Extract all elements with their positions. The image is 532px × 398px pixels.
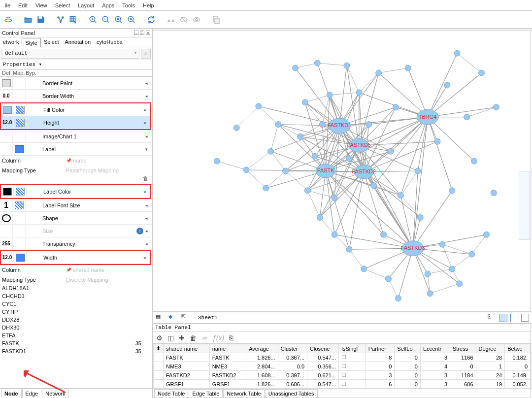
- label-color-swatch[interactable]: [3, 188, 12, 196]
- open-session-icon[interactable]: [3, 14, 14, 25]
- tab-node[interactable]: Node: [1, 389, 22, 398]
- prop-fill-color[interactable]: Fill Color ◂: [1, 103, 150, 116]
- table-header[interactable]: name: [209, 344, 246, 353]
- panel-close-icon[interactable]: ×: [146, 31, 150, 35]
- value[interactable]: 12.0: [2, 255, 12, 260]
- table-header[interactable]: Closene: [307, 344, 339, 353]
- panel-min-icon[interactable]: -: [134, 31, 138, 35]
- tab-unassigned-table[interactable]: Unassigned Tables: [265, 389, 318, 398]
- network-canvas[interactable]: FASTKD1TBRG4FASTKD5FASTKFASTKD2FASTKD3: [153, 30, 531, 312]
- add-icon[interactable]: ✚: [179, 334, 185, 342]
- prop-size[interactable]: Size i ◂: [0, 225, 152, 237]
- prop-label[interactable]: Label ▾: [0, 143, 152, 156]
- value[interactable]: 1: [4, 201, 8, 210]
- tab-edge-table[interactable]: Edge Table: [189, 389, 223, 398]
- discrete-item[interactable]: FASTKD135: [0, 348, 152, 356]
- prop-transparency[interactable]: 255 Transparency ◂: [0, 237, 152, 250]
- table-header[interactable]: Eccentr: [420, 344, 450, 353]
- expand-icon[interactable]: ◂: [143, 255, 150, 260]
- gear-icon[interactable]: ⚙: [156, 334, 163, 342]
- zoom-fit-icon[interactable]: [113, 14, 124, 25]
- mapping-icon[interactable]: [16, 106, 25, 114]
- menu-edit[interactable]: Edit: [14, 1, 32, 10]
- table-header[interactable]: shared name: [164, 344, 210, 353]
- table-header[interactable]: Partner: [366, 344, 395, 353]
- tab-node-table[interactable]: Node Table: [154, 389, 188, 398]
- table-header[interactable]: ⬍: [154, 344, 164, 353]
- trash-icon[interactable]: 🗑: [143, 175, 148, 181]
- menu-view[interactable]: View: [32, 1, 51, 10]
- shape-swatch[interactable]: [2, 214, 11, 222]
- panel-float-icon[interactable]: □: [140, 31, 144, 35]
- save-icon[interactable]: [35, 14, 46, 25]
- value[interactable]: 12.0: [2, 120, 12, 125]
- expand-icon[interactable]: ◂: [145, 203, 152, 208]
- open-icon[interactable]: [23, 14, 33, 25]
- prop-border-paint[interactable]: Border Paint ◂: [0, 77, 152, 90]
- copy-icon[interactable]: [211, 14, 222, 25]
- show-nodes-icon[interactable]: [510, 314, 518, 322]
- tab-cytohubba[interactable]: cytoHubba: [94, 37, 126, 47]
- expand-icon[interactable]: ▾: [145, 147, 152, 152]
- prop-image-chart[interactable]: Image/Chart 1 ◂: [0, 130, 152, 143]
- table-row[interactable]: FASTKFASTK1.826...0.367...0.547...803116…: [154, 353, 531, 362]
- expand-icon[interactable]: ◂: [145, 216, 152, 221]
- tab-annotation[interactable]: Annotation: [62, 37, 94, 47]
- grid-icon[interactable]: ▦: [156, 313, 165, 322]
- table-header[interactable]: Degree: [476, 344, 505, 353]
- zoom-out-icon[interactable]: [100, 14, 111, 25]
- table-header[interactable]: Betwe: [505, 344, 531, 353]
- expand-icon[interactable]: ◂: [145, 94, 152, 99]
- discrete-item[interactable]: DDX28: [0, 316, 152, 324]
- hide-icon[interactable]: [178, 14, 189, 25]
- label-mapping-row[interactable]: Mapping Type Passthrough Mapping: [0, 166, 152, 175]
- table-header[interactable]: SelfLo: [395, 344, 421, 353]
- import-network-icon[interactable]: [55, 14, 66, 25]
- table-header[interactable]: IsSingl: [338, 344, 366, 353]
- export-icon[interactable]: ⎘: [488, 313, 497, 322]
- tab-network[interactable]: etwork: [0, 37, 22, 47]
- prop-label-color[interactable]: Label Color ◂: [1, 185, 150, 198]
- zoom-in-icon[interactable]: [88, 14, 99, 25]
- detach-icon[interactable]: ⇱: [181, 313, 190, 322]
- tab-style[interactable]: Style: [22, 38, 40, 47]
- navigator-strip[interactable]: [519, 171, 530, 240]
- discrete-item[interactable]: FASTK35: [0, 340, 152, 348]
- fill-color-swatch[interactable]: [3, 106, 12, 114]
- table-row[interactable]: NME3NME32.804...0.00.356...004010: [154, 362, 531, 371]
- menu-apps[interactable]: Apps: [98, 1, 118, 10]
- menu-select[interactable]: Select: [51, 1, 74, 10]
- table-header[interactable]: Cluster: [278, 344, 307, 353]
- border-paint-swatch[interactable]: [2, 79, 11, 87]
- function-icon[interactable]: ƒ(x): [212, 334, 224, 342]
- sheet-tab[interactable]: Sheet1: [194, 315, 218, 321]
- expand-icon[interactable]: ◂: [145, 229, 152, 233]
- width-mapping-row[interactable]: Mapping Type Discrete Mapping: [0, 275, 152, 285]
- bird-eye-icon[interactable]: [521, 314, 529, 322]
- show-icon[interactable]: [191, 14, 202, 25]
- table-row[interactable]: GRSF1GRSF11.826...0.606...0.547...603686…: [154, 380, 531, 389]
- hide-nodes-icon[interactable]: [499, 314, 507, 322]
- tab-network-table[interactable]: Network Table: [223, 389, 265, 398]
- menu-layout[interactable]: Layout: [74, 1, 98, 10]
- properties-header[interactable]: Properties ▾: [0, 60, 152, 70]
- mapping-icon[interactable]: [16, 188, 25, 196]
- export-table-icon[interactable]: ⎘: [229, 334, 233, 342]
- table-header[interactable]: Average: [246, 344, 278, 353]
- value[interactable]: 255: [2, 241, 10, 246]
- prop-height[interactable]: 12.0 Height ◂: [1, 116, 150, 129]
- share-icon[interactable]: ◆: [168, 313, 177, 322]
- mapping-icon[interactable]: [16, 254, 25, 262]
- discrete-item[interactable]: CYTIP: [0, 308, 152, 316]
- refresh-icon[interactable]: [146, 14, 157, 25]
- mapping-icon[interactable]: [16, 119, 25, 127]
- style-options-button[interactable]: ≡: [141, 49, 151, 59]
- tab-select[interactable]: Select: [41, 37, 62, 47]
- columns-icon[interactable]: ◫: [167, 334, 174, 342]
- zoom-selected-icon[interactable]: [126, 14, 137, 25]
- label-column-row[interactable]: Column 📌 name: [0, 156, 152, 166]
- menu-help[interactable]: Help: [139, 1, 158, 10]
- expand-icon[interactable]: ◂: [143, 107, 150, 112]
- discrete-item[interactable]: ETFA: [0, 332, 152, 340]
- expand-icon[interactable]: ◂: [145, 241, 152, 246]
